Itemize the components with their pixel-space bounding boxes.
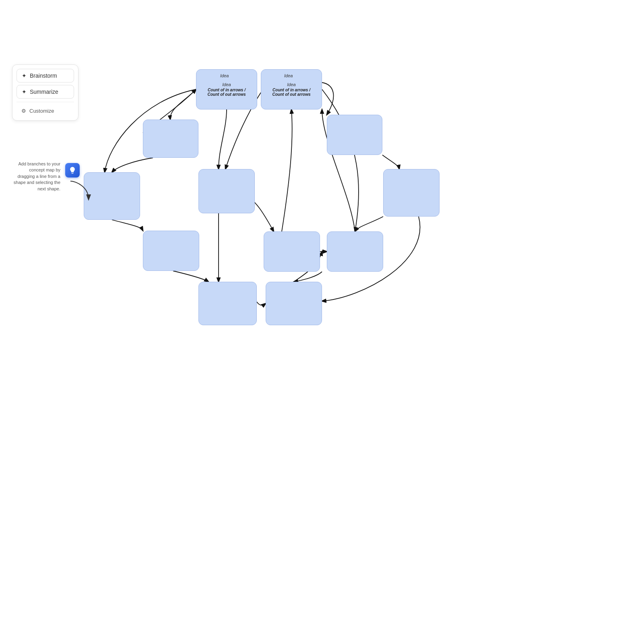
arrow-10 xyxy=(282,109,292,231)
summarize-icon: ✦ xyxy=(22,89,27,95)
idea-node-top-left[interactable]: Idea Count of in arrows /Count of out ar… xyxy=(196,69,257,109)
arrow-4 xyxy=(322,83,334,115)
brainstorm-label: Brainstorm xyxy=(30,72,57,79)
sidebar-divider xyxy=(17,102,74,102)
hint-arrow-svg xyxy=(68,179,93,203)
node-top-left-label: Idea xyxy=(222,82,231,87)
arrow-5 xyxy=(112,158,153,172)
blank-node-bottom-right[interactable] xyxy=(266,282,322,325)
sidebar-panel: ✦ Brainstorm ✦ Summarize ⚙ Customize xyxy=(12,64,78,121)
blank-node-left-bottom[interactable] xyxy=(143,231,199,271)
customize-icon: ⚙ xyxy=(21,108,26,114)
blank-node-center-bottom-right[interactable] xyxy=(327,231,383,272)
arrow-1 xyxy=(170,89,196,120)
idea-node-top-right[interactable]: Idea Count of in arrows /Count of out ar… xyxy=(261,69,322,109)
bulb-button[interactable] xyxy=(65,163,80,178)
node-top-right-sublabel: Count of in arrows /Count of out arrows xyxy=(272,88,311,97)
blank-node-right-top[interactable] xyxy=(327,115,382,155)
customize-label: Customize xyxy=(29,108,54,114)
brainstorm-button[interactable]: ✦ Brainstorm xyxy=(17,69,74,83)
customize-button[interactable]: ⚙ Customize xyxy=(17,105,74,116)
arrow-17 xyxy=(322,89,359,231)
arrow-11 xyxy=(382,155,399,169)
blank-node-right-large[interactable] xyxy=(383,169,440,217)
arrow-6 xyxy=(112,220,143,231)
node-top-right-label: Idea xyxy=(287,82,295,87)
arrow-15 xyxy=(173,271,208,282)
blank-node-mid-left[interactable] xyxy=(143,120,198,158)
lightbulb-icon xyxy=(68,166,76,174)
arrow-9 xyxy=(257,302,266,305)
summarize-label: Summarize xyxy=(30,89,58,95)
brainstorm-icon: ✦ xyxy=(22,72,27,79)
summarize-button[interactable]: ✦ Summarize xyxy=(17,85,74,99)
blank-node-center-mid[interactable] xyxy=(198,169,255,213)
arrows-canvas xyxy=(0,0,644,644)
hint-tooltip: Add branches to your concept map by drag… xyxy=(12,161,60,192)
node-top-left-sublabel: Count of in arrows /Count of out arrows xyxy=(208,88,246,97)
arrow-12 xyxy=(355,217,383,231)
blank-node-bottom-left[interactable] xyxy=(198,282,257,325)
hint-text: Add branches to your concept map by drag… xyxy=(14,161,60,191)
blank-node-center-bottom-left[interactable] xyxy=(264,231,320,272)
hint-arrow-path xyxy=(70,181,89,199)
arrow-2 xyxy=(219,109,227,169)
arrow-13 xyxy=(294,272,322,282)
